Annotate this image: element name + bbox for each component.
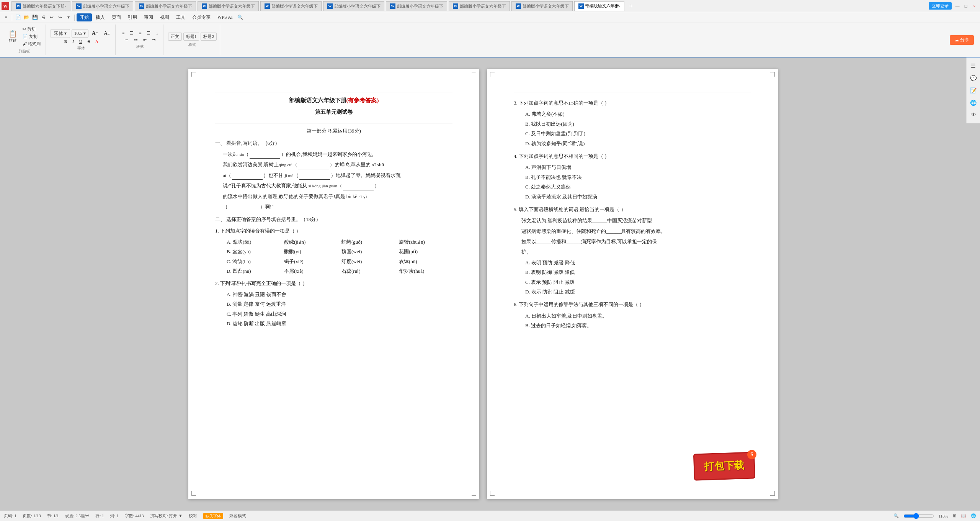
number-list-button[interactable]: ☷ — [132, 37, 140, 43]
tab-2[interactable]: W 部编版小学语文六年级下 — [72, 1, 133, 11]
promo-badge[interactable]: 打包下载 S — [693, 452, 755, 481]
font-color-button[interactable]: A — [93, 39, 100, 44]
copy-button[interactable]: 📄 复制 — [21, 33, 42, 40]
style-normal[interactable]: 正文 — [168, 33, 182, 41]
q3-b: B. 我以日初出远(因为) — [514, 120, 751, 128]
toolbar-sep-2 — [74, 15, 75, 21]
choice-c-2: 蝎子(xiē) — [284, 257, 330, 266]
menu-reference[interactable]: 引用 — [125, 13, 140, 21]
q2-group: 二、 选择正确答案的序号填在括号里。（18分） 1. 下列加点字的读音有误的一项… — [215, 215, 452, 328]
status-reading-mode[interactable]: 兼容模式 — [229, 513, 246, 519]
style-h2[interactable]: 标题2 — [201, 33, 217, 41]
doc-icon-2: W — [76, 3, 82, 9]
track-changes-icon[interactable]: 📝 — [968, 85, 979, 96]
nav-pane-icon[interactable]: ☰ — [968, 61, 979, 71]
status-calibrate[interactable]: 校对 — [189, 513, 197, 519]
tab-4[interactable]: W 部编版小学语文六年级下 — [198, 1, 259, 11]
underline-button[interactable]: U — [77, 39, 84, 44]
tab-1[interactable]: W 部编版六年级语文下册- — [11, 1, 70, 11]
tab-7-label: 部编版小学语文六年级下 — [397, 3, 443, 9]
open-icon[interactable]: 📂 — [23, 14, 30, 21]
close-button[interactable]: × — [972, 3, 977, 9]
read-mode-icon[interactable]: 👁 — [968, 110, 979, 120]
maximize-button[interactable]: □ — [963, 3, 969, 9]
doc-icon-5: W — [265, 3, 270, 9]
align-center-button[interactable]: ☰ — [128, 30, 136, 36]
print-icon[interactable]: 🖨 — [39, 14, 47, 21]
menu-view[interactable]: 视图 — [157, 13, 172, 21]
clipboard-label: 剪贴板 — [18, 49, 30, 54]
doc-title-suffix: (有参考答案) — [346, 97, 379, 103]
q1-title: 一、 看拼音,写词语。（6分） — [215, 139, 452, 147]
tab-10-active[interactable]: W 部编版语文六年册- — [574, 1, 625, 11]
more-icon[interactable]: ▾ — [65, 14, 72, 21]
pinyin-5: sī kōng jiàn guàn — [308, 183, 337, 188]
style-h1[interactable]: 标题1 — [183, 33, 199, 41]
q2-2-c: C. 事列 娇傲 诞生 高山深涧 — [215, 310, 452, 318]
q4-a: A. 声泪俱下与日俱增 — [514, 163, 751, 172]
login-button[interactable]: 立即登录 — [929, 2, 952, 10]
status-missing-font[interactable]: 缺失字体 — [203, 513, 223, 519]
font-size-selector[interactable]: 10.5 ▾ — [72, 29, 88, 38]
zoom-slider[interactable] — [903, 513, 934, 519]
search-icon[interactable]: 🔍 — [237, 14, 244, 21]
font-shrink-button[interactable]: A↓ — [102, 30, 112, 37]
bullet-list-button[interactable]: ≔ — [122, 37, 131, 43]
menu-insert[interactable]: 插入 — [93, 13, 108, 21]
status-zoom-icon[interactable]: 🔍 — [893, 513, 899, 518]
undo-icon[interactable]: ↩ — [48, 14, 56, 21]
q1-group: 一、 看拼音,写词语。（6分） 一次ǒu rán（）的机会,我和妈妈一起来到家乡… — [215, 139, 452, 211]
share-button[interactable]: ☁ 分享 — [950, 35, 974, 45]
menu-tools[interactable]: 工具 — [173, 13, 188, 21]
corner-br-2 — [770, 491, 775, 496]
comments-icon[interactable]: 💬 — [968, 73, 979, 84]
tab-7[interactable]: W 部编版小学语文六年级下 — [386, 1, 447, 11]
q1-line4: 说:"孔子真不愧为古代大教育家,他能从 sī kōng jiàn guàn（） — [215, 181, 452, 190]
corner-tl-1 — [191, 72, 196, 77]
format-copy-button[interactable]: 🖌 格式刷 — [21, 41, 42, 47]
tab-6-label: 部编版小学语文六年级下 — [334, 3, 381, 9]
line-spacing-button[interactable]: ↕ — [154, 31, 160, 36]
q5-passage: 张文宏认为,智利疫苗接种的结果______中国灭活疫苗对新型 — [514, 216, 751, 225]
strikethrough-button[interactable]: S — [86, 39, 92, 44]
status-proofread[interactable]: 拼写校对: 打开 ▼ — [150, 513, 183, 519]
redo-icon[interactable]: ↪ — [56, 14, 64, 21]
new-doc-icon[interactable]: 📄 — [14, 14, 22, 21]
tab-5[interactable]: W 部编版小学语文六年级下 — [260, 1, 322, 11]
align-left-button[interactable]: ≡ — [120, 31, 126, 36]
indent-decrease-button[interactable]: ⇤ — [141, 37, 149, 43]
indent-increase-button[interactable]: ⇥ — [150, 37, 157, 43]
minimize-button[interactable]: — — [955, 3, 960, 9]
menu-wps-ai[interactable]: WPS AI — [214, 14, 236, 21]
tab-6[interactable]: W 部编版小学语文六年级下 — [323, 1, 384, 11]
font-enlarge-button[interactable]: A↑ — [90, 30, 100, 37]
menu-page[interactable]: 页面 — [109, 13, 124, 21]
choice-a-4: 旋转(zhuǎn) — [399, 238, 445, 246]
styles-label: 样式 — [188, 42, 196, 48]
save-icon[interactable]: 💾 — [31, 14, 39, 21]
hamburger-menu-icon[interactable]: ≡ — [2, 14, 10, 21]
align-justify-button[interactable]: ☰ — [145, 30, 152, 36]
menu-vip[interactable]: 会员专享 — [189, 13, 214, 21]
cut-button[interactable]: ✂ 剪切 — [21, 26, 42, 33]
align-right-button[interactable]: ≡ — [137, 31, 143, 36]
menu-review[interactable]: 审阅 — [141, 13, 156, 21]
web-view-icon[interactable]: 🌐 — [971, 513, 976, 518]
font-name-selector[interactable]: 宋体 ▾ — [51, 29, 70, 38]
new-tab-button[interactable]: + — [626, 2, 636, 10]
tab-8[interactable]: W 部编版小学语文六年级下 — [449, 1, 510, 11]
paste-button[interactable]: 📋 粘贴 — [6, 29, 19, 44]
bold-button[interactable]: B — [62, 39, 69, 44]
tab-9[interactable]: W 部编版小学语文六年级下 — [511, 1, 573, 11]
tab-8-label: 部编版小学语文六年级下 — [460, 3, 506, 9]
status-settings: 设置: 2.5厘米 — [65, 513, 90, 519]
translate-icon[interactable]: 🌐 — [968, 97, 979, 108]
read-view-icon[interactable]: 📖 — [961, 513, 966, 518]
layout-view-icon[interactable]: ⊞ — [953, 513, 956, 518]
q4-text: 4. 下列加点字词的意思不相同的一项是（ ） — [514, 152, 751, 161]
q4-c: C. 处之泰然大义凛然 — [514, 182, 751, 191]
corner-bl-1 — [191, 491, 196, 496]
italic-button[interactable]: I — [70, 39, 76, 44]
tab-3[interactable]: W 部编版小学语文六年级下 — [135, 1, 196, 11]
menu-start[interactable]: 开始 — [77, 13, 92, 21]
